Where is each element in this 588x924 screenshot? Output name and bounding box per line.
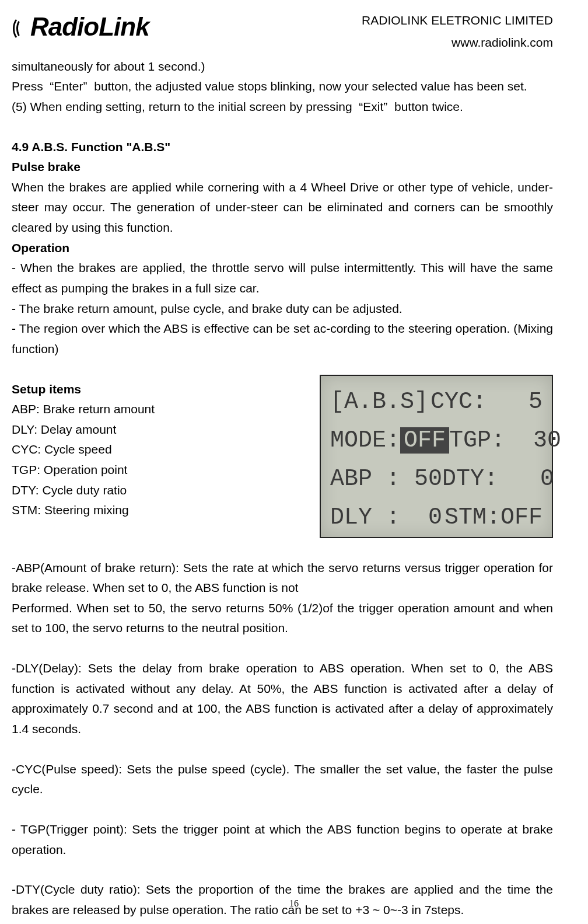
section-subheading: Pulse brake	[12, 157, 553, 177]
lcd-dty: DTY: 0	[442, 460, 554, 498]
setup-item: DTY: Cycle duty ratio	[12, 480, 308, 501]
paragraph: -ABP(Amount of brake return): Sets the r…	[12, 558, 553, 598]
radio-waves-icon	[12, 16, 27, 37]
lcd-abp: ABP : 50	[330, 460, 442, 498]
lcd-cyc: CYC: 5	[430, 383, 542, 421]
section-heading: 4.9 A.B.S. Function "A.B.S"	[12, 137, 553, 158]
header-right: RADIOLINK ELETRONIC LIMITED www.radiolin…	[362, 6, 553, 54]
document-body: simultaneously for about 1 second.) Pres…	[12, 57, 553, 920]
lcd-screenshot: [A.B.S] CYC: 5 MODE:OFF TGP: 30 ABP : 50…	[320, 375, 553, 538]
lcd-tgp: TGP: 30	[449, 421, 561, 460]
setup-item: STM: Steering mixing	[12, 500, 308, 521]
lcd-mode-value: OFF	[400, 427, 449, 454]
paragraph: Performed. When set to 50, the servo ret…	[12, 598, 553, 639]
paragraph: - When the brakes are applied, the throt…	[12, 258, 553, 298]
lcd-dly: DLY : 0	[330, 498, 442, 537]
setup-item: TGP: Operation point	[12, 460, 308, 480]
section-subheading: Operation	[12, 238, 553, 259]
setup-item: ABP: Brake return amount	[12, 399, 308, 420]
paragraph: -DLY(Delay): Sets the delay from brake o…	[12, 658, 553, 740]
page-number: 16	[0, 896, 588, 911]
setup-item: DLY: Delay amount	[12, 420, 308, 440]
paragraph: When the brakes are applied while corner…	[12, 177, 553, 238]
paragraph: -CYC(Pulse speed): Sets the pulse speed …	[12, 759, 553, 800]
paragraph: (5) When ending setting, return to the i…	[12, 97, 553, 117]
paragraph: - TGP(Trigger point): Sets the trigger p…	[12, 820, 553, 860]
company-url: www.radiolink.com	[362, 32, 553, 54]
page-header: RadioLink RADIOLINK ELETRONIC LIMITED ww…	[12, 0, 553, 54]
logo-text: RadioLink	[30, 6, 149, 48]
section-subheading: Setup items	[12, 379, 308, 400]
lcd-title: [A.B.S]	[330, 383, 428, 421]
paragraph: simultaneously for about 1 second.)	[12, 57, 553, 77]
lcd-stm: STM:OFF	[444, 498, 542, 537]
paragraph: - The region over which the ABS is effec…	[12, 319, 553, 359]
paragraph: Press “Enter” button, the adjusted value…	[12, 76, 553, 97]
setup-item: CYC: Cycle speed	[12, 440, 308, 460]
lcd-mode: MODE:OFF	[330, 421, 449, 460]
paragraph: - The brake return amount, pulse cycle, …	[12, 299, 553, 319]
logo: RadioLink	[12, 6, 149, 48]
company-name: RADIOLINK ELETRONIC LIMITED	[362, 9, 553, 32]
